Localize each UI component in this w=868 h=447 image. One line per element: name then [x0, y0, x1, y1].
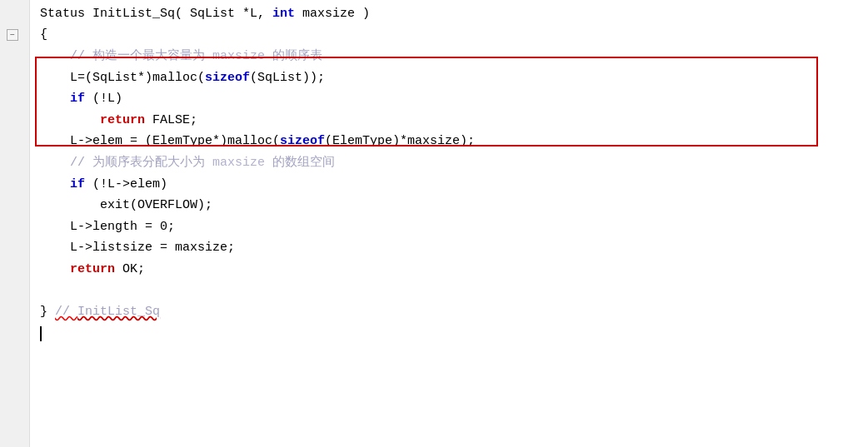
token-6-3: FALSE;: [145, 111, 197, 131]
gutter-line-9: [0, 174, 29, 196]
token-4-3: (SqList));: [250, 68, 325, 88]
token-9-2: if: [70, 175, 85, 195]
gutter-line-3: [0, 46, 29, 67]
gutter-line-6: [0, 110, 29, 132]
code-line-2: {: [40, 25, 868, 47]
line-numbers: −: [0, 0, 30, 447]
cursor: [40, 326, 42, 341]
token-1-3: maxsize ): [295, 4, 370, 24]
token-7-1: L->elem = (ElemType*)malloc(: [40, 132, 280, 151]
token-9-1: [40, 175, 70, 195]
code-line-16: [40, 323, 868, 345]
gutter-line-10: [0, 195, 29, 216]
gutter-line-1: [0, 3, 29, 25]
code-line-9: if (!L->elem): [40, 174, 868, 196]
code-line-5: if (!L): [40, 88, 868, 110]
token-9-3: (!L->elem): [85, 175, 167, 195]
code-area[interactable]: Status InitList_Sq( SqList *L, int maxsi…: [30, 0, 868, 447]
token-3-1: // 构造一个最大容量为 maxsize 的顺序表: [40, 47, 322, 67]
code-line-13: return OK;: [40, 259, 868, 281]
gutter-line-14: [0, 281, 29, 302]
gutter-line-15: [0, 301, 29, 323]
token-13-1: [40, 260, 70, 280]
code-line-8: // 为顺序表分配大小为 maxsize 的数组空间: [40, 152, 868, 174]
code-line-4: L=(SqList*)malloc(sizeof(SqList));: [40, 67, 868, 89]
code-line-6: return FALSE;: [40, 110, 868, 132]
token-6-2: return: [100, 111, 145, 131]
gutter-line-12: [0, 238, 29, 260]
token-5-3: (!L): [85, 89, 122, 109]
token-11-1: L->length = 0;: [40, 217, 175, 237]
token-1-2: int: [272, 4, 295, 24]
token-15-1: }: [40, 302, 55, 322]
token-4-1: L=(SqList*)malloc(: [40, 68, 205, 88]
token-15-2: // InitList_Sq: [55, 302, 160, 322]
token-14-1: [40, 281, 47, 301]
token-8-1: // 为顺序表分配大小为 maxsize 的数组空间: [40, 153, 335, 173]
code-line-3: // 构造一个最大容量为 maxsize 的顺序表: [40, 46, 868, 67]
code-line-11: L->length = 0;: [40, 216, 868, 238]
token-7-2: sizeof: [280, 132, 325, 151]
gutter-line-11: [0, 216, 29, 238]
token-5-1: [40, 89, 70, 109]
code-line-12: L->listsize = maxsize;: [40, 238, 868, 260]
gutter-line-7: [0, 132, 29, 153]
editor-container: − Status InitList_Sq( SqList *L, int max…: [0, 0, 868, 447]
token-5-2: if: [70, 89, 85, 109]
code-line-7: L->elem = (ElemType*)malloc(sizeof(ElemT…: [40, 132, 868, 153]
token-7-3: (ElemType)*maxsize);: [325, 132, 475, 151]
gutter-line-5: [0, 88, 29, 110]
gutter-line-8: [0, 152, 29, 174]
token-13-2: return: [70, 260, 115, 280]
code-line-1: Status InitList_Sq( SqList *L, int maxsi…: [40, 3, 868, 25]
token-4-2: sizeof: [205, 68, 250, 88]
token-13-3: OK;: [115, 260, 145, 280]
code-line-10: exit(OVERFLOW);: [40, 195, 868, 216]
code-line-14: [40, 281, 868, 302]
gutter-line-16: [0, 323, 29, 345]
code-line-15: } // InitList_Sq: [40, 301, 868, 323]
token-1-1: Status InitList_Sq( SqList *L,: [40, 4, 272, 24]
gutter-line-2[interactable]: −: [0, 25, 29, 47]
token-12-1: L->listsize = maxsize;: [40, 238, 235, 258]
gutter-line-4: [0, 67, 29, 89]
token-2-1: {: [40, 25, 47, 45]
gutter-line-13: [0, 259, 29, 281]
token-10-1: exit(OVERFLOW);: [40, 196, 212, 216]
token-6-1: [40, 111, 100, 131]
